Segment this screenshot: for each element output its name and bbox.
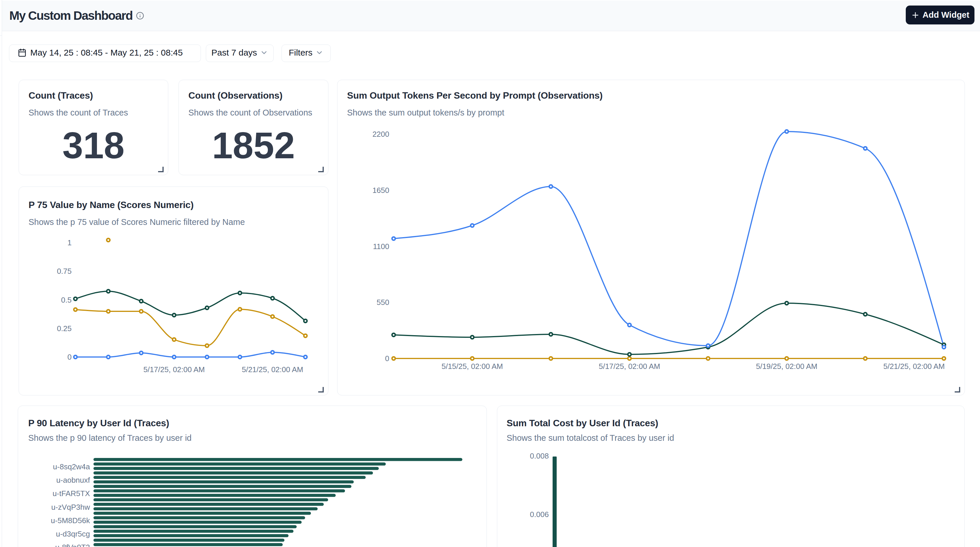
svg-text:0.25: 0.25 xyxy=(57,324,72,333)
svg-text:0.5: 0.5 xyxy=(61,296,72,304)
svg-text:1100: 1100 xyxy=(373,242,389,251)
svg-text:u-8sq2w4a: u-8sq2w4a xyxy=(53,462,90,471)
svg-text:u-zVqP3hw: u-zVqP3hw xyxy=(51,503,90,512)
svg-text:5/21/25, 02:00 AM: 5/21/25, 02:00 AM xyxy=(883,362,945,371)
svg-text:0.75: 0.75 xyxy=(57,267,72,276)
svg-text:u-aobnuxf: u-aobnuxf xyxy=(56,476,90,484)
svg-text:0: 0 xyxy=(385,354,389,363)
svg-text:5/19/25, 02:00 AM: 5/19/25, 02:00 AM xyxy=(756,362,817,371)
svg-text:u-tFAR5TX: u-tFAR5TX xyxy=(52,489,90,498)
svg-text:u-d3qr5cg: u-d3qr5cg xyxy=(56,530,90,538)
svg-text:5/17/25, 02:00 AM: 5/17/25, 02:00 AM xyxy=(143,365,205,374)
svg-text:1: 1 xyxy=(68,238,72,247)
svg-text:0.006: 0.006 xyxy=(530,510,549,519)
svg-text:5/17/25, 02:00 AM: 5/17/25, 02:00 AM xyxy=(598,362,660,371)
svg-text:1650: 1650 xyxy=(372,186,389,195)
svg-text:5/21/25, 02:00 AM: 5/21/25, 02:00 AM xyxy=(242,365,303,374)
svg-text:u-5M8D56k: u-5M8D56k xyxy=(51,516,90,525)
svg-text:550: 550 xyxy=(377,298,389,307)
svg-text:5/15/25, 02:00 AM: 5/15/25, 02:00 AM xyxy=(441,362,503,371)
svg-text:0.008: 0.008 xyxy=(530,452,549,460)
svg-text:u-8fVa9T3: u-8fVa9T3 xyxy=(55,543,90,547)
svg-text:0: 0 xyxy=(68,353,72,361)
svg-text:2200: 2200 xyxy=(372,130,389,138)
